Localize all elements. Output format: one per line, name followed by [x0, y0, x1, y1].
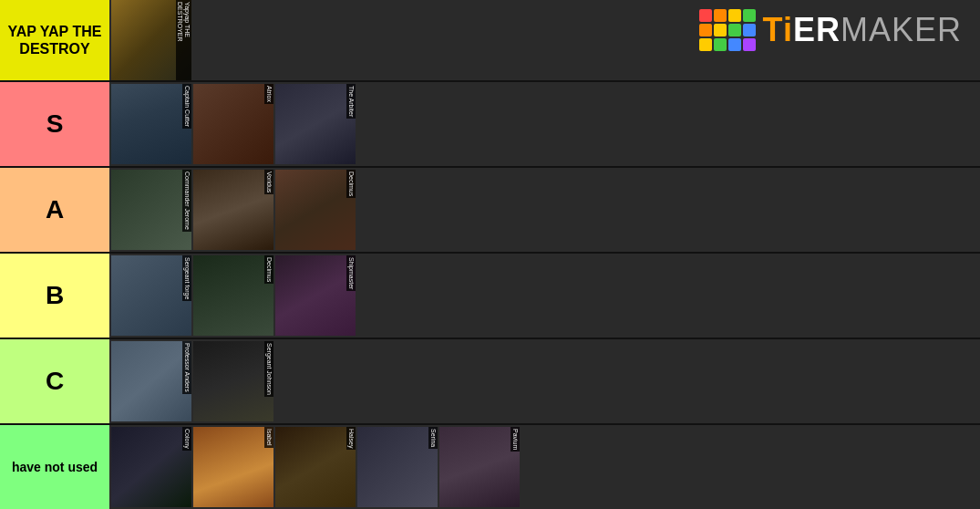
- tier-item-label: Commander Jerome: [182, 170, 191, 232]
- tier-item[interactable]: Decimus: [193, 255, 273, 336]
- tier-label-a: A: [0, 168, 109, 252]
- logo-cell: [699, 38, 712, 51]
- tier-item[interactable]: Yapyap THE DESTROYER: [111, 0, 191, 80]
- tier-item[interactable]: Professor Anders: [111, 341, 191, 421]
- tier-item[interactable]: Commander Jerome: [111, 170, 191, 250]
- tier-items-a: Commander JeromeVoridusDecimus: [109, 168, 980, 252]
- logo-cell: [743, 9, 756, 22]
- tier-item[interactable]: The Arbiter: [275, 84, 356, 164]
- tier-item-label: Sergeant Johnson: [264, 341, 273, 397]
- tier-item-label: Shipmaster: [346, 255, 356, 291]
- tier-item-label: Captain Cutter: [182, 84, 191, 129]
- tier-item-label: Atriox: [264, 84, 273, 104]
- tier-item[interactable]: Decimus: [275, 170, 356, 250]
- tier-item-label: Serina: [428, 427, 438, 449]
- tier-item[interactable]: Shipmaster: [275, 255, 356, 336]
- page-wrapper: TiERMAKER YAP YAP THE DESTROYYapyap THE …: [0, 0, 980, 509]
- logo-text: TiERMAKER: [763, 11, 962, 49]
- logo-grid: [699, 9, 756, 51]
- tier-items-c: Professor AndersSergeant Johnson: [109, 339, 980, 423]
- tier-items-b: Sergeant forgeDecimusShipmaster: [109, 254, 980, 338]
- tier-item-label: The Arbiter: [346, 84, 356, 119]
- logo-cell: [743, 38, 756, 51]
- tier-row-b: BSergeant forgeDecimusShipmaster: [0, 254, 980, 339]
- tier-item-label: Professor Anders: [182, 341, 191, 394]
- tier-item-label: Halsey: [346, 427, 356, 450]
- logo-cell: [714, 24, 727, 36]
- logo-cell: [699, 9, 712, 22]
- tier-item-label: Colony: [182, 427, 191, 451]
- tier-label-header: YAP YAP THE DESTROY: [0, 0, 109, 80]
- tier-item[interactable]: Atriox: [193, 84, 273, 164]
- tier-row-c: CProfessor AndersSergeant Johnson: [0, 339, 980, 425]
- tier-item[interactable]: Captain Cutter: [111, 84, 191, 164]
- tier-item[interactable]: Sergeant Johnson: [193, 341, 273, 421]
- tier-label-s: S: [0, 82, 109, 166]
- tier-item-label: Yapyap THE DESTROYER: [176, 0, 191, 80]
- tier-item[interactable]: Voridus: [193, 170, 273, 250]
- tier-items-s: Captain CutterAtrioxThe Arbiter: [109, 82, 980, 166]
- tier-table: YAP YAP THE DESTROYYapyap THE DESTROYERS…: [0, 0, 980, 509]
- tier-item-label: Pavium: [511, 427, 520, 452]
- tier-row-a: ACommander JeromeVoridusDecimus: [0, 168, 980, 254]
- tier-row-unused: have not usedColonyIsabelHalseySerinaPav…: [0, 425, 980, 509]
- tier-item[interactable]: Isabel: [193, 427, 273, 507]
- tier-item-label: Decimus: [264, 255, 273, 284]
- logo-cell: [714, 9, 727, 22]
- tier-items-unused: ColonyIsabelHalseySerinaPavium: [109, 425, 980, 509]
- logo-cell: [728, 9, 741, 22]
- tier-item[interactable]: Serina: [357, 427, 438, 507]
- tier-item-label: Voridus: [264, 170, 273, 194]
- tiermaker-logo: TiERMAKER: [699, 9, 962, 51]
- tier-label-b: B: [0, 254, 109, 338]
- tier-item-label: Sergeant forge: [182, 255, 191, 301]
- logo-cell: [714, 38, 727, 51]
- tier-item-label: Isabel: [264, 427, 273, 448]
- tier-label-c: C: [0, 339, 109, 423]
- logo-cell: [728, 38, 741, 51]
- tier-item[interactable]: Pavium: [439, 427, 520, 507]
- logo-cell: [728, 24, 741, 36]
- tier-item[interactable]: Sergeant forge: [111, 255, 191, 336]
- logo-cell: [699, 24, 712, 36]
- tier-item-label: Decimus: [346, 170, 356, 198]
- logo-cell: [743, 24, 756, 36]
- tier-item[interactable]: Halsey: [275, 427, 356, 507]
- tier-row-s: SCaptain CutterAtrioxThe Arbiter: [0, 82, 980, 168]
- tier-item[interactable]: Colony: [111, 427, 191, 507]
- tier-label-unused: have not used: [0, 425, 109, 509]
